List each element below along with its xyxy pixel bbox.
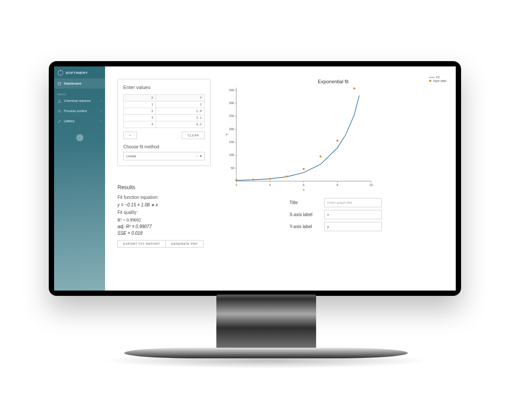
xy-table: X Y 11 21.9 33.1 44.2 — [123, 94, 205, 128]
legend-line-icon — [429, 77, 434, 78]
svg-point-32 — [235, 179, 238, 181]
sidebar-item-chemical-reactors[interactable]: Chemical reactors › — [54, 96, 105, 106]
svg-text:200: 200 — [229, 128, 234, 131]
graph-title-input[interactable] — [324, 198, 382, 207]
table-row: 44.2 — [124, 121, 205, 128]
svg-text:50: 50 — [231, 167, 234, 170]
enter-values-panel: Enter values X Y 11 21.9 33.1 44.2 + — [117, 79, 211, 166]
results-title: Results — [117, 184, 219, 190]
sidebar-label: Process control — [64, 109, 98, 113]
svg-text:x: x — [303, 188, 305, 192]
sliders-icon — [58, 109, 61, 113]
dashboard-icon — [58, 82, 61, 85]
legend-fit: Fit — [436, 76, 439, 79]
col-x: X — [124, 95, 156, 101]
r2-value: R² = 0.99692 — [117, 217, 219, 222]
svg-text:4: 4 — [269, 183, 271, 186]
sidebar-item-utilities[interactable]: Utilities › — [54, 116, 105, 126]
xaxis-input-label: X-axis label — [289, 212, 321, 217]
export-txt-button[interactable]: EXPORT TXT REPORT — [117, 240, 165, 248]
sse-value: SSE = 0.018 — [117, 231, 219, 236]
wrench-icon — [58, 120, 61, 123]
sidebar: SOFTINERY Dashboard MENU Chemical reacto… — [54, 66, 105, 291]
svg-point-37 — [320, 155, 322, 158]
svg-text:300: 300 — [229, 101, 234, 105]
chart-legend: Fit Input data — [429, 75, 446, 83]
col-y: Y — [156, 95, 205, 101]
yaxis-input[interactable] — [324, 222, 382, 231]
svg-point-34 — [269, 178, 271, 180]
svg-text:250: 250 — [229, 114, 234, 117]
panel-title: Enter values — [123, 85, 205, 90]
svg-point-39 — [353, 87, 356, 89]
fit-equation: y = −0.15 + 1.08 ∗ x — [117, 202, 219, 207]
screen: SOFTINERY Dashboard MENU Chemical reacto… — [54, 66, 456, 291]
monitor-neck — [216, 295, 316, 350]
clear-button[interactable]: CLEAR — [182, 132, 205, 139]
main-content: Enter values X Y 11 21.9 33.1 44.2 + — [105, 66, 456, 291]
clear-select-icon[interactable]: × — [196, 154, 198, 158]
adjr2-value: adj. R² = 0.99077 — [117, 224, 219, 229]
svg-point-38 — [336, 140, 339, 142]
svg-text:350: 350 — [229, 89, 234, 92]
svg-point-3 — [60, 111, 61, 112]
legend-data: Input data — [433, 79, 446, 82]
monitor-frame: SOFTINERY Dashboard MENU Chemical reacto… — [49, 61, 461, 296]
table-row: 21.9 — [124, 108, 205, 115]
eq-label: Fit function equation: — [117, 195, 219, 200]
svg-text:y: y — [224, 134, 228, 136]
svg-point-33 — [252, 178, 254, 181]
legend-dot-icon — [429, 80, 431, 82]
svg-point-35 — [286, 175, 288, 178]
sidebar-label: Chemical reactors — [64, 99, 98, 103]
chevron-down-icon: ▾ — [200, 154, 202, 158]
svg-text:10: 10 — [369, 183, 373, 186]
xaxis-input[interactable] — [324, 210, 382, 219]
flask-icon — [58, 99, 61, 103]
chart-panel: Fit Input data Exponential fit 501001502… — [223, 79, 443, 234]
chart-plot: 50100150200250300350246810xy — [223, 85, 374, 194]
chevron-right-icon: › — [101, 120, 102, 123]
generate-pdf-button[interactable]: GENERATE PDF — [165, 240, 203, 248]
yaxis-input-label: Y-axis label — [289, 224, 321, 229]
svg-text:6: 6 — [303, 183, 305, 186]
monitor-foot — [124, 348, 408, 358]
fit-method-value: Linear — [126, 154, 136, 158]
svg-text:150: 150 — [229, 140, 234, 144]
results-section: Results Fit function equation: y = −0.15… — [117, 184, 219, 248]
svg-text:100: 100 — [229, 153, 234, 156]
fit-method-select[interactable]: Linear ×▾ — [123, 152, 205, 160]
logo-gear-icon — [58, 70, 63, 76]
chevron-right-icon: › — [101, 99, 102, 102]
svg-point-2 — [59, 110, 59, 111]
sidebar-item-dashboard[interactable]: Dashboard — [54, 78, 105, 89]
sidebar-group-label: MENU — [54, 93, 105, 96]
brand: SOFTINERY — [54, 69, 105, 78]
collapse-sidebar-button[interactable]: ‹ — [76, 134, 83, 141]
add-row-button[interactable]: + — [123, 132, 137, 139]
sidebar-item-process-control[interactable]: Process control › — [54, 106, 105, 116]
fit-method-label: Choose fit method — [123, 144, 205, 149]
svg-text:2: 2 — [235, 183, 237, 186]
quality-label: Fit quality: — [117, 210, 219, 215]
svg-point-36 — [303, 168, 305, 170]
svg-text:8: 8 — [336, 183, 338, 186]
chart-title: Exponential fit — [223, 79, 443, 84]
sidebar-label-dashboard: Dashboard — [64, 81, 102, 85]
chevron-right-icon: › — [101, 109, 102, 113]
table-row: 11 — [124, 101, 205, 108]
brand-name: SOFTINERY — [66, 71, 88, 75]
title-input-label: Title — [289, 200, 321, 205]
table-row: 33.1 — [124, 115, 205, 121]
svg-line-1 — [59, 83, 60, 84]
sidebar-label: Utilities — [64, 119, 98, 123]
